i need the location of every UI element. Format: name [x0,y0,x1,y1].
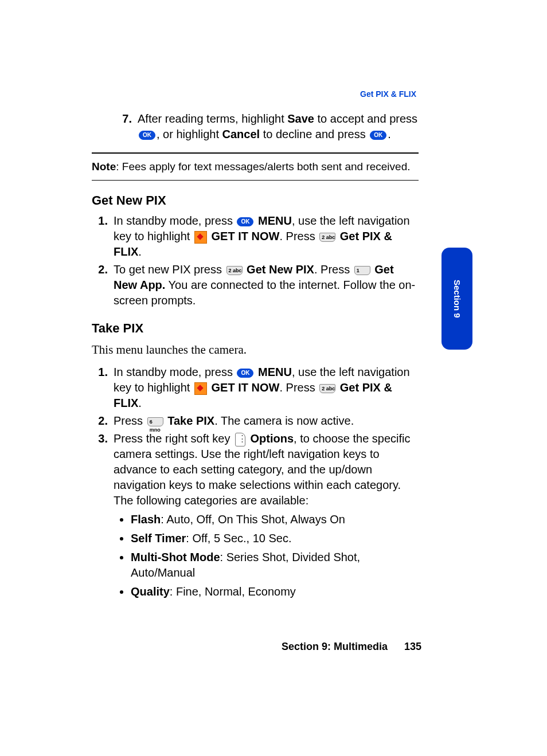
getitnow-icon [194,382,207,395]
step-number: 2. [92,262,108,308]
step-body: In standby mode, press OK MENU, use the … [114,213,419,260]
list-item: Self Timer: Off, 5 Sec., 10 Sec. [131,531,419,546]
note: Note: Fees apply for text messages/alert… [92,159,419,174]
text: . [138,245,142,258]
divider [92,152,419,154]
flash-label: Flash [131,513,161,526]
selftimer-label: Self Timer [131,532,186,545]
page-number: 135 [404,641,421,652]
ok-icon: OK [370,131,386,140]
key-6-icon: 6 mno [147,417,163,426]
step-body: Press 6 mno Take PIX. The camera is now … [114,413,419,429]
note-label: Note [92,160,116,173]
page-footer: Section 9: Multimedia 135 [92,640,421,653]
key-1-icon: 1 [354,266,370,275]
step-number: 3. [92,431,108,603]
text: Press the right soft key [114,432,233,445]
getitnow-label: GET IT NOW [212,230,280,242]
heading-get-new-pix: Get New PIX [92,192,419,209]
options-label: Options [251,432,294,445]
top-step-block: 7. After reading terms, highlight Save t… [92,111,419,605]
step-number: 1. [92,365,108,411]
getitnow-label: GET IT NOW [212,381,280,394]
takepix-step-2: 2. Press 6 mno Take PIX. The camera is n… [92,413,419,429]
footer-section: Section 9: Multimedia [282,641,388,652]
quality-label: Quality [131,585,170,598]
getnew-step-1: 1. In standby mode, press OK MENU, use t… [92,213,419,260]
heading-take-pix: Take PIX [92,320,419,337]
list-item: Flash: Auto, Off, On This Shot, Always O… [131,512,419,527]
note-text: : Fees apply for text messages/alerts bo… [116,160,410,173]
text: In standby mode, press [114,366,236,378]
text: to accept and press [314,112,417,125]
options-icon [235,433,245,446]
text: Press [114,414,146,427]
text: to decline and press [260,128,369,140]
text: . Press [314,263,353,276]
text: . Press [279,230,318,242]
key-2-icon: 2 abc [226,266,243,275]
step-7: 7. After reading terms, highlight Save t… [92,111,419,142]
step-body: In standby mode, press OK MENU, use the … [114,365,419,411]
key-2-icon: 2 abc [319,384,335,393]
step-body: Press the right soft key Options, to cho… [114,431,419,603]
step-body: To get new PIX press 2 abc Get New PIX. … [114,262,419,308]
ok-icon: OK [139,131,155,140]
step-number: 7. [116,111,132,142]
ok-icon: OK [237,369,253,378]
options-list: Flash: Auto, Off, On This Shot, Always O… [114,512,419,600]
text: : Fine, Normal, Economy [170,585,296,598]
takepix-label: Take PIX [167,414,214,427]
menu-label: MENU [258,366,292,378]
step-number: 2. [92,413,108,429]
text: To get new PIX press [114,263,225,276]
text: . [388,128,391,140]
multishot-label: Multi-Shot Mode [131,551,220,563]
getnewpix-label: Get New PIX [247,263,314,276]
getnew-step-2: 2. To get new PIX press 2 abc Get New PI… [92,262,419,308]
step-number: 1. [92,213,108,260]
key-2-icon: 2 abc [319,233,335,242]
step-body: After reading terms, highlight Save to a… [138,111,419,142]
text: . [138,397,142,409]
cancel-label: Cancel [222,128,260,140]
getitnow-icon [194,231,207,244]
text: . Press [279,381,318,394]
text: , or highlight [157,128,222,140]
takepix-step-1: 1. In standby mode, press OK MENU, use t… [92,365,419,411]
list-item: Quality: Fine, Normal, Economy [131,584,419,600]
header-link: Get PIX & FLIX [360,89,416,100]
list-item: Multi-Shot Mode: Series Shot, Divided Sh… [131,550,419,581]
text: In standby mode, press [114,214,236,227]
text: : Auto, Off, On This Shot, Always On [161,513,345,526]
text: After reading terms, highlight [138,112,287,125]
section-tab: Section 9 [441,248,472,350]
text: : Off, 5 Sec., 10 Sec. [186,532,291,545]
menu-label: MENU [258,214,292,227]
section-tab-label: Section 9 [451,280,463,318]
take-pix-intro: This menu launches the camera. [92,342,419,358]
ok-icon: OK [237,217,253,226]
text: . The camera is now active. [214,414,354,427]
save-label: Save [287,112,314,125]
divider [92,180,419,181]
takepix-step-3: 3. Press the right soft key Options, to … [92,431,419,603]
